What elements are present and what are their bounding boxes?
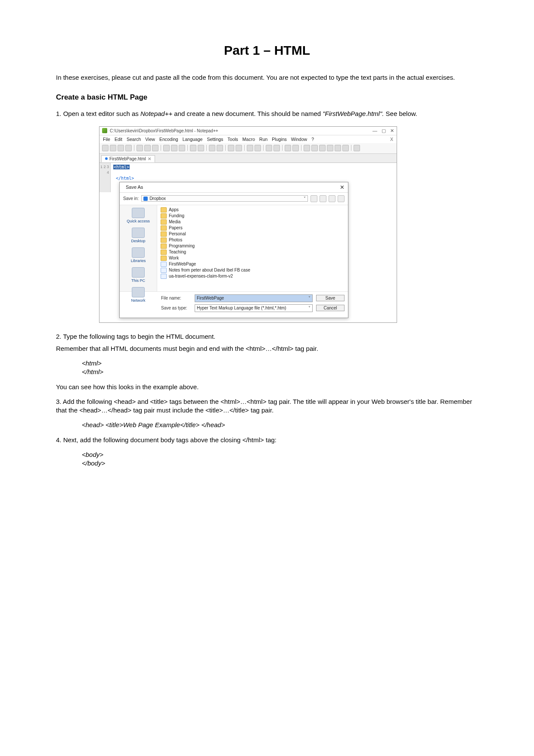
toolbar-fold-icon[interactable] (285, 145, 291, 151)
folder-icon (161, 237, 167, 243)
menu-macro[interactable]: Macro (242, 137, 255, 142)
folder-icon (161, 256, 167, 261)
toolbar-func-icon[interactable] (327, 145, 333, 151)
list-item[interactable]: Notes from peter about David Ibel FB cas… (161, 267, 345, 273)
toolbar-zoomout-icon[interactable] (236, 145, 242, 151)
toolbar-sep (134, 145, 134, 151)
list-item[interactable]: Teaching (161, 249, 345, 255)
file-list[interactable]: Apps Funding Media Papers Personal Photo… (157, 205, 348, 291)
window-titlebar[interactable]: C:\Users\kevin\Dropbox\FirstWebPage.html… (99, 127, 397, 135)
menubar-close-icon[interactable]: X (390, 137, 393, 142)
toolbar-copy-icon[interactable] (171, 145, 177, 151)
saveas-titlebar[interactable]: Save As ✕ (120, 182, 348, 193)
menu-tools[interactable]: Tools (227, 137, 238, 142)
tab-firstwebpage[interactable]: FirstWebPage.html ✕ (101, 155, 155, 162)
step-1-filename: "FirstWebPage.html". (323, 110, 384, 117)
intro-text: In these exercises, please cut and paste… (56, 73, 478, 82)
toolbar-zoomin-icon[interactable] (228, 145, 234, 151)
toolbar-open-icon[interactable] (110, 145, 116, 151)
list-item[interactable]: ua-travel-expenses-claim-form-v2 (161, 273, 345, 279)
this-pc-icon (132, 267, 145, 278)
list-item[interactable]: Media (161, 219, 345, 225)
nav-back-icon[interactable] (310, 195, 317, 202)
quick-access-icon (132, 208, 145, 218)
place-libraries[interactable]: Libraries (120, 247, 157, 263)
toolbar-closeall-icon[interactable] (144, 145, 151, 151)
toolbar-paste-icon[interactable] (179, 145, 185, 151)
toolbar-print-icon[interactable] (152, 145, 158, 151)
toolbar-find-icon[interactable] (209, 145, 215, 151)
chevron-down-icon[interactable]: ˅ (308, 306, 310, 310)
code-block-3: <body> </body> (82, 450, 478, 468)
chevron-down-icon[interactable]: ˅ (304, 196, 306, 201)
cancel-button[interactable]: Cancel (316, 305, 345, 311)
place-network[interactable]: Network (120, 287, 157, 303)
step-1-e: See below. (384, 110, 417, 117)
saveas-close-button[interactable]: ✕ (340, 184, 345, 191)
toolbar-doc3-icon[interactable] (319, 145, 326, 151)
menu-view[interactable]: View (145, 137, 155, 142)
place-this-pc[interactable]: This PC (120, 267, 157, 283)
place-quick-access[interactable]: Quick access (120, 208, 157, 223)
menu-file[interactable]: File (103, 137, 110, 142)
toolbar-undo-icon[interactable] (190, 145, 196, 151)
savetype-label: Save as type: (161, 306, 191, 310)
toolbar-doc1-icon[interactable] (304, 145, 310, 151)
toolbar-replace-icon[interactable] (217, 145, 223, 151)
toolbar-redo-icon[interactable] (198, 145, 204, 151)
place-desktop[interactable]: Desktop (120, 228, 157, 243)
menu-encoding[interactable]: Encoding (159, 137, 178, 142)
toolbar-saveall-icon[interactable] (125, 145, 132, 151)
menu-plugins[interactable]: Plugins (272, 137, 286, 142)
code-line: <html> (82, 359, 478, 368)
place-label: Desktop (131, 239, 145, 243)
toolbar-sync-icon[interactable] (247, 145, 253, 151)
save-in-combo[interactable]: Dropbox ˅ (141, 195, 308, 202)
list-item[interactable]: FirstWebPage (161, 261, 345, 267)
menu-language[interactable]: Language (183, 137, 203, 142)
list-item[interactable]: Programming (161, 243, 345, 249)
filename-input[interactable]: FirstWebPage˅ (195, 294, 313, 302)
toolbar (99, 143, 397, 154)
tab-close-icon[interactable]: ✕ (148, 156, 151, 161)
toolbar-sep (301, 145, 301, 151)
nav-up-icon[interactable] (320, 195, 326, 202)
menu-search[interactable]: Search (127, 137, 141, 142)
maximize-button[interactable]: ▢ (382, 128, 386, 134)
folder-icon (161, 225, 167, 231)
chevron-down-icon[interactable]: ˅ (308, 296, 310, 300)
toolbar-wrap-icon[interactable] (255, 145, 261, 151)
toolbar-allchars-icon[interactable] (266, 145, 272, 151)
toolbar-record-icon[interactable] (354, 145, 360, 151)
menu-edit[interactable]: Edit (115, 137, 122, 142)
toolbar-save-icon[interactable] (118, 145, 124, 151)
menu-run[interactable]: Run (259, 137, 267, 142)
toolbar-sep (161, 145, 161, 151)
list-item[interactable]: Apps (161, 207, 345, 213)
filename-value: FirstWebPage (197, 296, 224, 300)
toolbar-new-icon[interactable] (102, 145, 109, 151)
list-item[interactable]: Funding (161, 213, 345, 219)
minimize-button[interactable]: — (373, 128, 377, 134)
list-item[interactable]: Photos (161, 237, 345, 243)
toolbar-cut-icon[interactable] (163, 145, 170, 151)
toolbar-close-icon[interactable] (137, 145, 143, 151)
nav-newfolder-icon[interactable] (329, 195, 335, 202)
save-button[interactable]: Save (316, 295, 345, 301)
menu-help[interactable]: ? (311, 137, 314, 142)
list-item[interactable]: Papers (161, 225, 345, 231)
close-button[interactable]: ✕ (390, 128, 394, 134)
menu-window[interactable]: Window (291, 137, 307, 142)
savetype-combo[interactable]: Hyper Text Markup Language file (*.html,… (195, 304, 313, 312)
savetype-value: Hyper Text Markup Language file (*.html,… (197, 306, 286, 310)
nav-views-icon[interactable] (338, 195, 345, 202)
list-item[interactable]: Work (161, 255, 345, 261)
toolbar-folder-icon[interactable] (335, 145, 341, 151)
toolbar-unfold-icon[interactable] (292, 145, 299, 151)
toolbar-monitor-icon[interactable] (342, 145, 349, 151)
toolbar-indent-icon[interactable] (273, 145, 280, 151)
menu-settings[interactable]: Settings (207, 137, 223, 142)
toolbar-doc2-icon[interactable] (311, 145, 318, 151)
place-label: Libraries (131, 259, 146, 263)
list-item[interactable]: Personal (161, 231, 345, 237)
